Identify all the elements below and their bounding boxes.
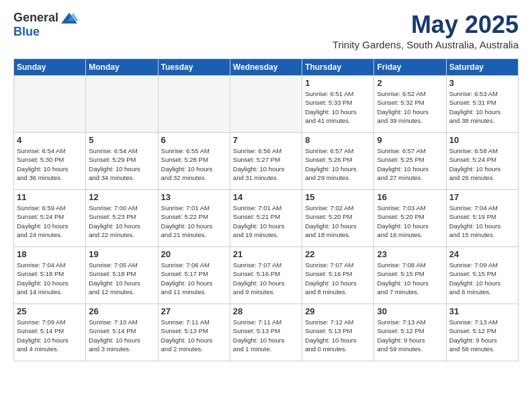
day-number: 27 (161, 306, 227, 316)
day-info: Sunrise: 6:54 AM Sunset: 5:30 PM Dayligh… (17, 146, 83, 182)
calendar-cell: 7Sunrise: 6:56 AM Sunset: 5:27 PM Daylig… (230, 133, 302, 190)
calendar-cell: 19Sunrise: 7:05 AM Sunset: 5:18 PM Dayli… (86, 247, 158, 304)
calendar-cell: 2Sunrise: 6:52 AM Sunset: 5:32 PM Daylig… (374, 76, 446, 133)
calendar-cell: 3Sunrise: 6:53 AM Sunset: 5:31 PM Daylig… (446, 76, 518, 133)
day-info: Sunrise: 7:03 AM Sunset: 5:20 PM Dayligh… (377, 203, 443, 239)
day-info: Sunrise: 7:06 AM Sunset: 5:17 PM Dayligh… (161, 261, 227, 296)
day-info: Sunrise: 7:11 AM Sunset: 5:13 PM Dayligh… (233, 318, 299, 353)
day-number: 23 (377, 249, 443, 259)
day-number: 6 (161, 135, 227, 145)
day-info: Sunrise: 6:57 AM Sunset: 5:25 PM Dayligh… (377, 146, 443, 182)
calendar-cell: 11Sunrise: 6:59 AM Sunset: 5:24 PM Dayli… (14, 190, 86, 247)
day-number: 9 (377, 135, 443, 145)
day-number: 4 (17, 135, 83, 145)
day-number: 15 (305, 192, 371, 202)
calendar-cell: 6Sunrise: 6:55 AM Sunset: 5:28 PM Daylig… (158, 133, 230, 190)
day-info: Sunrise: 7:11 AM Sunset: 5:13 PM Dayligh… (161, 318, 227, 353)
calendar-cell: 30Sunrise: 7:13 AM Sunset: 5:12 PM Dayli… (374, 304, 446, 361)
day-header-sunday: Sunday (14, 59, 86, 76)
day-info: Sunrise: 7:12 AM Sunset: 5:13 PM Dayligh… (305, 318, 371, 353)
calendar-cell (86, 76, 158, 133)
day-header-monday: Monday (86, 59, 158, 76)
day-info: Sunrise: 7:08 AM Sunset: 5:15 PM Dayligh… (377, 261, 443, 296)
calendar-week-3: 11Sunrise: 6:59 AM Sunset: 5:24 PM Dayli… (14, 190, 519, 247)
day-info: Sunrise: 6:57 AM Sunset: 5:26 PM Dayligh… (305, 146, 371, 182)
day-number: 12 (89, 192, 154, 202)
day-info: Sunrise: 6:52 AM Sunset: 5:32 PM Dayligh… (377, 89, 443, 125)
day-number: 19 (89, 249, 154, 259)
day-number: 21 (233, 249, 299, 259)
day-number: 7 (233, 135, 299, 145)
calendar-cell: 8Sunrise: 6:57 AM Sunset: 5:26 PM Daylig… (302, 133, 374, 190)
day-info: Sunrise: 6:54 AM Sunset: 5:29 PM Dayligh… (89, 146, 154, 182)
calendar-cell: 23Sunrise: 7:08 AM Sunset: 5:15 PM Dayli… (374, 247, 446, 304)
day-header-wednesday: Wednesday (230, 59, 302, 76)
calendar-cell: 26Sunrise: 7:10 AM Sunset: 5:14 PM Dayli… (86, 304, 158, 361)
day-number: 26 (89, 306, 154, 316)
calendar-week-5: 25Sunrise: 7:09 AM Sunset: 5:14 PM Dayli… (14, 304, 519, 361)
calendar-week-4: 18Sunrise: 7:04 AM Sunset: 5:18 PM Dayli… (14, 247, 519, 304)
day-number: 29 (305, 306, 371, 316)
day-info: Sunrise: 6:59 AM Sunset: 5:24 PM Dayligh… (17, 203, 83, 239)
day-header-saturday: Saturday (446, 59, 518, 76)
day-info: Sunrise: 7:07 AM Sunset: 5:16 PM Dayligh… (233, 261, 299, 296)
calendar-week-1: 1Sunrise: 6:51 AM Sunset: 5:33 PM Daylig… (14, 76, 519, 133)
month-title: May 2025 (332, 11, 519, 39)
calendar-cell: 29Sunrise: 7:12 AM Sunset: 5:13 PM Dayli… (302, 304, 374, 361)
day-number: 2 (377, 78, 443, 88)
calendar-header-row: SundayMondayTuesdayWednesdayThursdayFrid… (14, 59, 519, 76)
day-info: Sunrise: 7:13 AM Sunset: 5:12 PM Dayligh… (449, 318, 515, 353)
day-number: 11 (17, 192, 83, 202)
day-header-thursday: Thursday (302, 59, 374, 76)
day-number: 18 (17, 249, 83, 259)
calendar-cell: 9Sunrise: 6:57 AM Sunset: 5:25 PM Daylig… (374, 133, 446, 190)
day-info: Sunrise: 7:00 AM Sunset: 5:23 PM Dayligh… (89, 203, 154, 239)
day-info: Sunrise: 7:04 AM Sunset: 5:18 PM Dayligh… (17, 261, 83, 296)
calendar-cell: 28Sunrise: 7:11 AM Sunset: 5:13 PM Dayli… (230, 304, 302, 361)
logo-general-text: General (13, 11, 58, 25)
day-number: 24 (449, 249, 515, 259)
day-number: 30 (377, 306, 443, 316)
calendar-cell: 5Sunrise: 6:54 AM Sunset: 5:29 PM Daylig… (86, 133, 158, 190)
day-number: 31 (449, 306, 515, 316)
day-info: Sunrise: 6:51 AM Sunset: 5:33 PM Dayligh… (305, 89, 371, 125)
day-number: 28 (233, 306, 299, 316)
day-number: 20 (161, 249, 227, 259)
calendar-week-2: 4Sunrise: 6:54 AM Sunset: 5:30 PM Daylig… (14, 133, 519, 190)
calendar-cell: 25Sunrise: 7:09 AM Sunset: 5:14 PM Dayli… (14, 304, 86, 361)
calendar-cell: 4Sunrise: 6:54 AM Sunset: 5:30 PM Daylig… (14, 133, 86, 190)
day-number: 13 (161, 192, 227, 202)
calendar-cell: 12Sunrise: 7:00 AM Sunset: 5:23 PM Dayli… (86, 190, 158, 247)
logo-blue-text: Blue (13, 25, 40, 39)
day-info: Sunrise: 6:55 AM Sunset: 5:28 PM Dayligh… (161, 146, 227, 182)
day-number: 5 (89, 135, 154, 145)
day-info: Sunrise: 7:04 AM Sunset: 5:19 PM Dayligh… (449, 203, 515, 239)
calendar-table: SundayMondayTuesdayWednesdayThursdayFrid… (13, 58, 519, 361)
day-info: Sunrise: 7:01 AM Sunset: 5:21 PM Dayligh… (233, 203, 299, 239)
day-number: 17 (449, 192, 515, 202)
page-header: General Blue May 2025 Trinity Gardens, S… (13, 11, 519, 50)
day-number: 10 (449, 135, 515, 145)
calendar-cell: 1Sunrise: 6:51 AM Sunset: 5:33 PM Daylig… (302, 76, 374, 133)
day-number: 25 (17, 306, 83, 316)
day-info: Sunrise: 7:07 AM Sunset: 5:16 PM Dayligh… (305, 261, 371, 296)
title-section: May 2025 Trinity Gardens, South Australi… (332, 11, 519, 50)
calendar-cell: 31Sunrise: 7:13 AM Sunset: 5:12 PM Dayli… (446, 304, 518, 361)
calendar-cell (230, 76, 302, 133)
calendar-cell: 24Sunrise: 7:09 AM Sunset: 5:15 PM Dayli… (446, 247, 518, 304)
calendar-cell: 16Sunrise: 7:03 AM Sunset: 5:20 PM Dayli… (374, 190, 446, 247)
day-number: 16 (377, 192, 443, 202)
calendar-cell (14, 76, 86, 133)
calendar-cell: 18Sunrise: 7:04 AM Sunset: 5:18 PM Dayli… (14, 247, 86, 304)
calendar-cell: 20Sunrise: 7:06 AM Sunset: 5:17 PM Dayli… (158, 247, 230, 304)
day-number: 22 (305, 249, 371, 259)
calendar-cell: 10Sunrise: 6:58 AM Sunset: 5:24 PM Dayli… (446, 133, 518, 190)
subtitle: Trinity Gardens, South Australia, Austra… (332, 39, 519, 50)
logo: General Blue (13, 11, 79, 39)
day-number: 8 (305, 135, 371, 145)
logo-icon (60, 11, 79, 25)
day-number: 3 (449, 78, 515, 88)
calendar-cell: 27Sunrise: 7:11 AM Sunset: 5:13 PM Dayli… (158, 304, 230, 361)
calendar-cell: 13Sunrise: 7:01 AM Sunset: 5:22 PM Dayli… (158, 190, 230, 247)
calendar-cell: 22Sunrise: 7:07 AM Sunset: 5:16 PM Dayli… (302, 247, 374, 304)
